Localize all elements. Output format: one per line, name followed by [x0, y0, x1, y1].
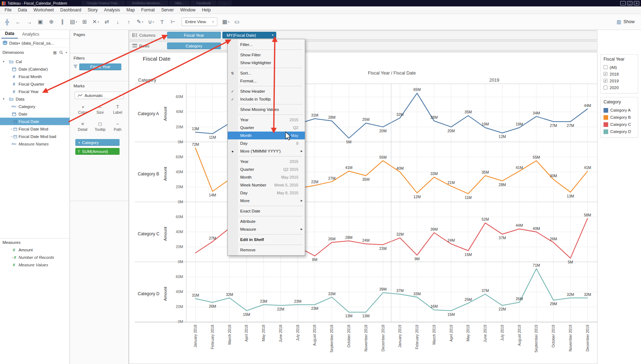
ctx-more-mmmm-yyyy-17[interactable]: ●More ('MMMM YYYY')▶	[228, 147, 305, 155]
menu-analysis[interactable]: Analysis	[101, 7, 123, 13]
minimize-button[interactable]: –	[620, 1, 626, 5]
legend-item-category-d[interactable]: Category D	[604, 128, 635, 135]
checkbox-checked-icon[interactable]: ✓	[604, 79, 607, 83]
ctx-quarter-14[interactable]: QuarterQ2	[228, 124, 305, 132]
ctx-day-23[interactable]: DayMay 8, 2015	[228, 189, 305, 197]
ctx-exact-date-26[interactable]: Exact Date	[228, 207, 305, 215]
checkbox-checked-icon[interactable]: ✓	[604, 72, 607, 76]
legend-item-category-a[interactable]: Category A	[604, 107, 635, 114]
tab-analytics[interactable]: Analytics	[19, 30, 43, 39]
field-number-of-records[interactable]: =#Number of Records	[0, 253, 70, 261]
menu-format[interactable]: Format	[138, 7, 158, 13]
sort-descending-icon[interactable]: ↑	[124, 16, 134, 27]
pill-my-fiscal-date[interactable]: MY(Fiscal Date)▾	[222, 32, 276, 39]
checkbox-unchecked-icon[interactable]	[604, 65, 607, 69]
field-data[interactable]: ▾Data	[0, 95, 70, 103]
ctx-measure-29[interactable]: Measure▶	[228, 225, 305, 233]
rows-shelf[interactable]: Rows Category	[129, 41, 597, 50]
fiscal-year-option-2020[interactable]: 2020	[604, 84, 635, 91]
show-mark-labels-icon[interactable]: T	[157, 16, 167, 27]
filter-pill-fiscal-year[interactable]: Fiscal Year	[79, 63, 121, 70]
field-cal[interactable]: ▾Cal	[0, 58, 70, 65]
highlight-icon[interactable]: ✎▾	[135, 16, 145, 27]
menu-window[interactable]: Window	[177, 7, 199, 13]
ctx-show-header-8[interactable]: ✓Show Header	[228, 87, 305, 95]
datasource-item[interactable]: Data+ (data_Fiscal_sa...	[0, 39, 70, 47]
maximize-button[interactable]: ▢	[627, 1, 632, 5]
size-button[interactable]: ↔Size	[93, 102, 107, 116]
ctx-include-in-tooltip-9[interactable]: ✓Include in Tooltip	[228, 95, 305, 103]
columns-shelf[interactable]: Columns Fiscal YearMY(Fiscal Date)▾	[129, 31, 597, 40]
ctx-year-13[interactable]: Year2015	[228, 116, 305, 124]
fix-axes-icon[interactable]: ⊢	[168, 16, 178, 27]
ctx-week-number-22[interactable]: Week NumberWeek 5, 2015	[228, 181, 305, 189]
menu-dashboard[interactable]: Dashboard	[57, 7, 85, 13]
fiscal-year-option-2019[interactable]: ✓2019	[604, 77, 635, 84]
ctx-format-6[interactable]: Format...	[228, 77, 305, 85]
pill-category[interactable]: Category	[167, 42, 221, 49]
fiscal-year-option-2018[interactable]: ✓2018	[604, 71, 635, 77]
ctx-year-19[interactable]: Year2015	[228, 158, 305, 165]
ctx-edit-in-shelf-31[interactable]: Edit in Shelf	[228, 236, 305, 243]
chevron-down-icon[interactable]: ▾	[66, 51, 67, 54]
checkbox-unchecked-icon[interactable]	[604, 86, 607, 89]
field-category[interactable]: AbcCategory	[0, 103, 70, 110]
ctx-sort-5[interactable]: ⇅Sort...	[228, 69, 305, 77]
menu-map[interactable]: Map	[123, 7, 138, 13]
field-date[interactable]: Date	[0, 110, 70, 118]
swap-rows-columns-icon[interactable]: ⇄	[102, 16, 112, 27]
search-fields-icon[interactable]	[59, 51, 63, 55]
tab-data[interactable]: Data	[1, 30, 18, 39]
view-as-grid-icon[interactable]: ▦	[53, 50, 57, 55]
color-button[interactable]: ◑Color	[75, 102, 90, 116]
presentation-mode-icon[interactable]: ▭	[232, 16, 242, 27]
menu-file[interactable]: File	[1, 7, 15, 13]
pill-dropdown-caret[interactable]: ▾	[272, 34, 273, 37]
mark-pill-category[interactable]: ◑Category	[75, 139, 120, 146]
detail-button[interactable]: ≡Detail	[75, 119, 90, 133]
ctx-remove-33[interactable]: Remove	[228, 246, 305, 254]
ctx-more-24[interactable]: More▶	[228, 197, 305, 205]
menu-server[interactable]: Server	[158, 7, 177, 13]
legend-item-category-b[interactable]: Category B	[604, 114, 635, 121]
show-me-button[interactable]: ▥ Show	[616, 19, 639, 25]
field-fiscal-date[interactable]: =Fiscal Date	[0, 118, 70, 125]
field-date-calendar[interactable]: Date (Calendar)	[0, 65, 70, 73]
field-fiscal-year[interactable]: #Fiscal Year	[0, 88, 70, 95]
ctx-quarter-20[interactable]: QuarterQ2 2015	[228, 165, 305, 173]
menu-story[interactable]: Story	[85, 7, 101, 13]
field-fiscal-quarter[interactable]: #Fiscal Quarter	[0, 80, 70, 88]
ctx-attribute-28[interactable]: Attribute	[228, 217, 305, 225]
fiscal-year-option-all[interactable]: (All)	[604, 64, 635, 71]
duplicate-sheet-icon[interactable]: ⊞	[80, 16, 90, 27]
ctx-filter-0[interactable]: Filter...	[228, 41, 305, 48]
ctx-show-filter-2[interactable]: Show Filter	[228, 51, 305, 59]
field-fiscal-date-mod[interactable]: =Fiscal Date Mod	[0, 125, 70, 133]
mark-type-select[interactable]: Automatic ▾	[75, 92, 124, 99]
tooltip-button[interactable]: ◻Tooltip	[93, 119, 107, 133]
field-measure-names[interactable]: AbcMeasure Names	[0, 140, 70, 148]
close-button[interactable]: ✕	[634, 1, 639, 5]
group-members-icon[interactable]: ∪▾	[146, 16, 156, 27]
label-button[interactable]: TLabel	[110, 102, 125, 116]
undo-icon[interactable]: ←	[13, 16, 23, 27]
path-button[interactable]: ~Path	[110, 119, 125, 133]
clear-sheet-icon[interactable]: ✕▾	[91, 16, 101, 27]
legend-item-category-c[interactable]: Category C	[604, 121, 635, 128]
tableau-logo-icon[interactable]: ╬	[2, 16, 12, 27]
fit-view-select[interactable]: Entire View ▾	[182, 17, 217, 26]
field-fiscal-month[interactable]: #Fiscal Month	[0, 73, 70, 80]
show-hide-cards-icon[interactable]: ▦▾	[221, 16, 231, 27]
redo-icon[interactable]: →	[24, 16, 34, 27]
ctx-show-highlighter-3[interactable]: Show Highlighter	[228, 59, 305, 67]
menu-worksheet[interactable]: Worksheet	[30, 7, 57, 13]
ctx-month-21[interactable]: MonthMay 2015	[228, 173, 305, 181]
ctx-show-missing-values-11[interactable]: Show Missing Values	[228, 106, 305, 113]
pause-auto-updates-icon[interactable]: ∥	[57, 16, 67, 27]
field-measure-values[interactable]: #Measure Values	[0, 261, 70, 268]
save-icon[interactable]: ▣	[35, 16, 45, 27]
ctx-day-16[interactable]: Day8	[228, 139, 305, 147]
sort-ascending-icon[interactable]: ↓	[113, 16, 123, 27]
menu-data[interactable]: Data	[15, 7, 30, 13]
field-fiscal-date-mod-bad[interactable]: =Fiscal Date Mod bad	[0, 133, 70, 140]
